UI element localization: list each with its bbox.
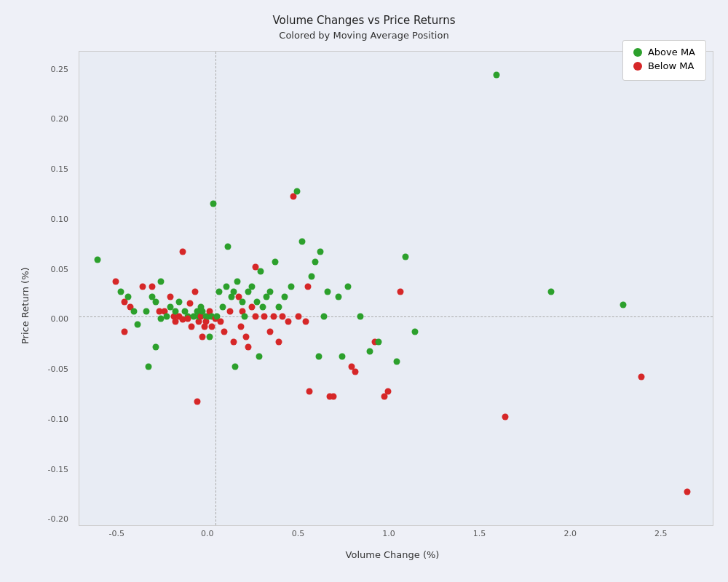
data-point [547,288,554,295]
data-point [276,303,282,310]
data-point [308,274,314,280]
x-tick: -0.5 [109,529,124,538]
data-point [304,284,311,290]
data-point [325,288,331,295]
data-point [285,319,291,325]
data-point [112,279,119,285]
data-point [152,343,159,350]
y-tick: 0.15 [51,164,69,174]
data-point [303,319,309,325]
data-point [149,284,155,290]
data-point [134,322,141,328]
data-point [186,300,193,307]
data-point [366,348,373,355]
legend-label-above-ma: Above MA [648,47,695,57]
data-point [321,314,328,320]
data-point [243,333,250,340]
data-point [336,293,342,300]
data-point [143,308,150,315]
y-tick: 0.10 [51,214,69,223]
data-point [221,328,228,335]
data-point [330,394,336,400]
data-point [384,388,391,395]
chart-title: Volume Changes vs Price Returns [273,13,456,28]
data-point [207,333,213,340]
data-point [158,279,165,285]
data-point [234,279,240,285]
y-tick: 0.20 [51,114,69,124]
data-point [208,324,215,330]
legend-dot-above-ma [633,48,642,57]
data-point [167,293,173,300]
plot-area [79,51,713,526]
data-point [237,324,244,330]
legend-item-above-ma: Above MA [633,47,695,57]
data-point [223,284,229,290]
data-point [299,239,306,245]
data-point [226,308,233,315]
x-tick: 0.5 [292,529,305,538]
data-point [219,303,226,310]
y-tick: -0.15 [48,464,68,474]
data-point [94,256,100,263]
data-point [306,388,313,395]
data-point [248,284,255,290]
data-point [210,200,217,207]
data-point [245,343,251,350]
data-point [130,308,137,315]
data-point [403,253,409,260]
data-point [145,364,151,370]
data-point [296,314,302,320]
legend-label-below-ma: Below MA [648,60,694,71]
x-tick-labels: -0.50.00.51.01.52.02.5 [71,526,713,543]
x-tick: 1.0 [382,529,395,538]
data-point [241,314,248,320]
data-point [411,328,418,335]
data-point [281,293,288,300]
data-point [218,319,224,325]
data-point [266,288,273,295]
data-point [344,284,351,290]
zero-vline [215,52,216,525]
x-tick: 1.5 [473,529,486,538]
data-point [394,359,400,365]
data-point [125,293,132,300]
data-point [163,314,170,320]
data-point [261,314,268,320]
data-point [270,314,277,320]
data-point [352,368,358,375]
data-point [376,338,382,345]
data-point [397,288,403,295]
x-tick: 2.5 [654,529,668,538]
data-point [118,288,124,295]
data-point [258,268,264,275]
data-point [232,364,239,370]
data-point [317,248,324,255]
data-point [199,333,206,340]
x-tick: 2.0 [563,529,577,538]
y-tick: -0.05 [48,364,68,374]
chart-container: Volume Changes vs Price Returns Colored … [0,0,728,582]
y-tick: -0.20 [48,514,68,524]
legend-dot-below-ma [633,62,642,71]
data-point [230,338,237,345]
y-axis-label: Price Return (%) [15,51,35,560]
data-point [215,288,222,295]
data-point [293,188,300,195]
legend: Above MA Below MA [622,40,706,81]
data-point [176,298,183,305]
data-point [684,488,690,495]
data-point [312,258,318,265]
data-point [502,413,509,420]
y-tick: 0.00 [51,314,69,324]
data-point [152,298,159,305]
x-tick: 0.0 [201,529,214,538]
data-point [189,324,195,330]
data-point [180,248,186,255]
data-point [620,301,627,308]
data-point [288,284,295,290]
data-point [272,258,279,265]
data-point [225,244,232,250]
data-point [357,314,364,320]
data-point [276,338,282,345]
